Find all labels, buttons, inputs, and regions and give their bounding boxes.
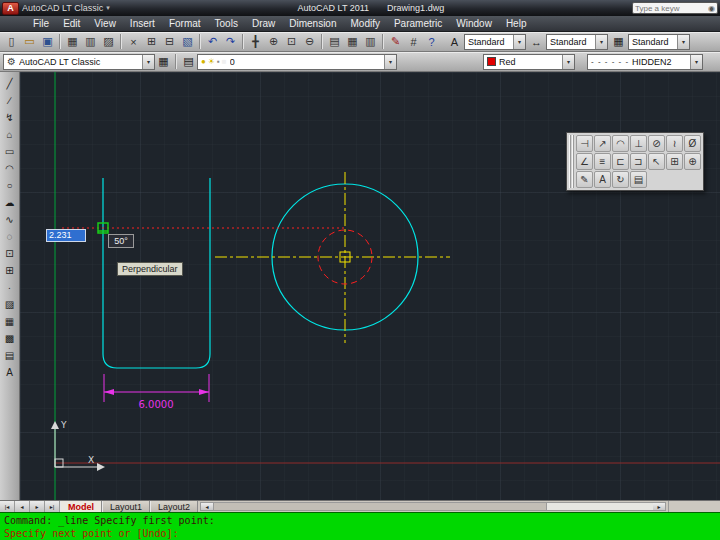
scrollbar-track[interactable]	[547, 503, 653, 510]
open-icon[interactable]: ▭	[21, 33, 38, 50]
copy-icon[interactable]: ⊞	[143, 33, 160, 50]
dim-edit-icon[interactable]: ✎	[576, 171, 593, 188]
zoom-realtime-icon[interactable]: ⊕	[265, 33, 282, 50]
dim-aligned-icon[interactable]: ↗	[594, 135, 611, 152]
menu-insert[interactable]: Insert	[123, 17, 162, 30]
qnew-icon[interactable]: ▯	[3, 33, 20, 50]
menu-draw[interactable]: Draw	[245, 17, 282, 30]
command-prompt-line[interactable]: Specify next point or [Undo]:	[4, 527, 720, 540]
dim-text-edit-icon[interactable]: A	[594, 171, 611, 188]
horizontal-scrollbar[interactable]: ◂ ▸	[200, 502, 666, 511]
chevron-down-icon[interactable]: ▾	[562, 55, 574, 69]
revcloud-icon[interactable]: ☁	[2, 194, 18, 210]
paste-icon[interactable]: ⊟	[161, 33, 178, 50]
make-block-icon[interactable]: ⊞	[2, 262, 18, 278]
color-combo[interactable]: Red ▾	[483, 54, 575, 70]
menu-parametric[interactable]: Parametric	[387, 17, 449, 30]
help-icon[interactable]: ?	[423, 33, 440, 50]
save-workspace-icon[interactable]: ▦	[155, 53, 172, 70]
mtext-icon[interactable]: A	[2, 364, 18, 380]
app-menu-button[interactable]: A	[2, 2, 19, 15]
dim-jogged-icon[interactable]: ≀	[666, 135, 683, 152]
search-input[interactable]: Type a keyw	[635, 4, 706, 13]
chevron-down-icon[interactable]: ▾	[595, 35, 607, 49]
drawing-canvas[interactable]: 6.0000 Y X 2.231 50° Perpendicular	[20, 72, 720, 500]
dim-update-icon[interactable]: ↻	[612, 171, 629, 188]
match-properties-icon[interactable]: ▧	[179, 33, 196, 50]
style-combo[interactable]: Standard ▾	[464, 34, 526, 50]
ellipse-icon[interactable]: ◌	[2, 228, 18, 244]
rectangle-icon[interactable]: ▭	[2, 143, 18, 159]
infocenter-search-box[interactable]: Type a keyw ◉	[632, 2, 718, 14]
dim-angular-icon[interactable]: ∠	[576, 153, 593, 170]
markup-icon[interactable]: ✎	[387, 33, 404, 50]
point-icon[interactable]: ∙	[2, 279, 18, 295]
dim-radius-icon[interactable]: ⊘	[648, 135, 665, 152]
line-icon[interactable]: ╱	[2, 75, 18, 91]
menu-dimension[interactable]: Dimension	[282, 17, 343, 30]
designcenter-icon[interactable]: ▦	[344, 33, 361, 50]
menu-window[interactable]: Window	[449, 17, 499, 30]
layer-combo[interactable]: ●☀▪■ 0 ▾	[197, 54, 397, 70]
quick-access-workspace-label[interactable]: AutoCAD LT Classic	[22, 3, 103, 13]
circle-icon[interactable]: ○	[2, 177, 18, 193]
leader-icon[interactable]: ↖	[648, 153, 665, 170]
region-icon[interactable]: ▩	[2, 330, 18, 346]
menu-edit[interactable]: Edit	[56, 17, 87, 30]
menu-help[interactable]: Help	[499, 17, 534, 30]
spline-icon[interactable]: ∿	[2, 211, 18, 227]
menu-tools[interactable]: Tools	[208, 17, 245, 30]
polygon-icon[interactable]: ⌂	[2, 126, 18, 142]
dynamic-input-field[interactable]: 2.231	[46, 229, 86, 242]
dim-linear-icon[interactable]: ⊣	[576, 135, 593, 152]
gradient-icon[interactable]: ▦	[2, 313, 18, 329]
dim-arc-length-icon[interactable]: ◠	[612, 135, 629, 152]
linetype-combo[interactable]: - - - - - - HIDDEN2 ▾	[587, 54, 703, 70]
zoom-window-icon[interactable]: ⊡	[283, 33, 300, 50]
tolerance-icon[interactable]: ⊞	[666, 153, 683, 170]
quick-dim-icon[interactable]: ≡	[594, 153, 611, 170]
zoom-previous-icon[interactable]: ⊖	[301, 33, 318, 50]
model-tab[interactable]: Model	[60, 501, 102, 512]
redo-icon[interactable]: ↷	[222, 33, 239, 50]
dim-ordinate-icon[interactable]: ⊥	[630, 135, 647, 152]
tool-palettes-icon[interactable]: ▥	[362, 33, 379, 50]
plot-preview-icon[interactable]: ▥	[82, 33, 99, 50]
save-icon[interactable]: ▣	[39, 33, 56, 50]
dim-style-icon[interactable]: ▤	[630, 171, 647, 188]
undo-icon[interactable]: ↶	[204, 33, 221, 50]
tab-first-button[interactable]: |◂	[0, 501, 15, 512]
search-icon[interactable]: ◉	[708, 4, 715, 13]
scroll-right-icon[interactable]: ▸	[653, 503, 665, 510]
insert-block-icon[interactable]: ⊡	[2, 245, 18, 261]
publish-icon[interactable]: ▨	[100, 33, 117, 50]
polyline-icon[interactable]: ↯	[2, 109, 18, 125]
style-manager-icon[interactable]: A	[446, 33, 463, 50]
style-combo[interactable]: Standard ▾	[628, 34, 690, 50]
center-mark-icon[interactable]: ⊕	[684, 153, 701, 170]
command-window[interactable]: Command: _line Specify first point: Spec…	[0, 512, 720, 540]
style-combo[interactable]: Standard ▾	[546, 34, 608, 50]
chevron-down-icon[interactable]: ▾	[513, 35, 525, 49]
dim-continue-icon[interactable]: ⊐	[630, 153, 647, 170]
workspace-combo[interactable]: ⚙ AutoCAD LT Classic ▾	[3, 54, 155, 70]
tab-prev-button[interactable]: ◂	[15, 501, 30, 512]
scrollbar-thumb[interactable]	[213, 503, 547, 510]
layer-properties-icon[interactable]: ▤	[180, 53, 197, 70]
style-manager-icon[interactable]: ▦	[610, 33, 627, 50]
menu-modify[interactable]: Modify	[344, 17, 387, 30]
dim-baseline-icon[interactable]: ⊏	[612, 153, 629, 170]
arc-icon[interactable]: ◠	[2, 160, 18, 176]
chevron-down-icon[interactable]: ▾	[142, 55, 154, 69]
layout2-tab[interactable]: Layout2	[150, 501, 198, 512]
dim-diameter-icon[interactable]: Ø	[684, 135, 701, 152]
menu-file[interactable]: File	[26, 17, 56, 30]
pan-icon[interactable]: ╋	[247, 33, 264, 50]
quickcalc-icon[interactable]: #	[405, 33, 422, 50]
style-manager-icon[interactable]: ↔	[528, 33, 545, 50]
layout1-tab[interactable]: Layout1	[102, 501, 150, 512]
hatch-icon[interactable]: ▨	[2, 296, 18, 312]
construction-line-icon[interactable]: ∕	[2, 92, 18, 108]
table-icon[interactable]: ▤	[2, 347, 18, 363]
chevron-down-icon[interactable]: ▾	[384, 55, 396, 69]
